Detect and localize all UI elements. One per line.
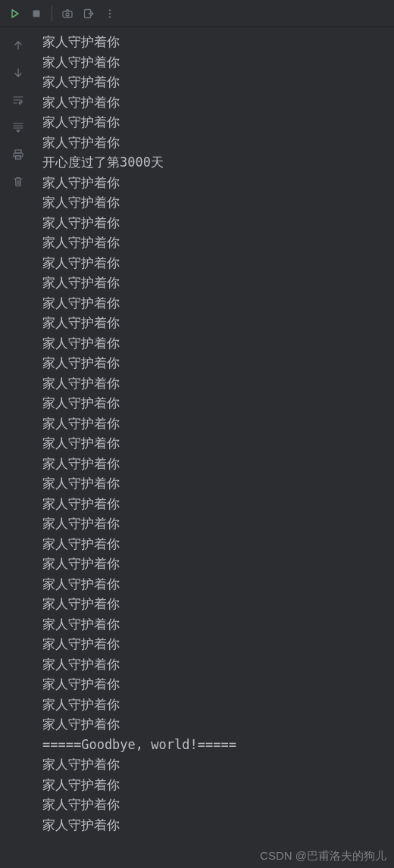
exit-icon — [83, 8, 95, 20]
print-icon — [12, 148, 24, 161]
output-line: 家人守护着你 — [42, 754, 388, 775]
output-line: 家人守护着你 — [42, 674, 388, 695]
delete-button[interactable] — [9, 173, 27, 191]
svg-rect-9 — [16, 156, 21, 160]
stop-icon — [30, 8, 42, 20]
toolbar-divider — [52, 6, 52, 21]
output-line: 家人守护着你 — [42, 393, 388, 414]
svg-point-4 — [109, 9, 111, 11]
output-line: =====Goodbye, world!===== — [42, 735, 388, 755]
screenshot-button[interactable] — [58, 5, 77, 23]
output-line: 家人守护着你 — [42, 815, 388, 835]
console-output[interactable]: 家人守护着你家人守护着你家人守护着你家人守护着你家人守护着你家人守护着你开心度过… — [36, 27, 394, 868]
output-line: 家人守护着你 — [42, 353, 388, 373]
svg-rect-7 — [15, 150, 21, 153]
output-line: 家人守护着你 — [42, 574, 388, 595]
output-line: 家人守护着你 — [42, 775, 388, 795]
output-line: 家人守护着你 — [42, 192, 388, 213]
down-button[interactable] — [9, 64, 27, 82]
scroll-to-end-button[interactable] — [9, 118, 27, 136]
output-line: 家人守护着你 — [42, 554, 388, 574]
svg-rect-0 — [33, 10, 40, 17]
soft-wrap-button[interactable] — [9, 91, 27, 109]
output-line: 家人守护着你 — [42, 92, 388, 113]
output-line: 家人守护着你 — [42, 454, 388, 474]
arrow-up-icon — [12, 39, 24, 52]
output-line: 家人守护着你 — [42, 333, 388, 354]
output-line: 家人守护着你 — [42, 313, 388, 333]
output-line: 家人守护着你 — [42, 414, 388, 434]
rerun-icon — [9, 8, 21, 20]
output-line: 家人守护着你 — [42, 253, 388, 273]
print-button[interactable] — [9, 145, 27, 164]
camera-icon — [61, 8, 73, 20]
soft-wrap-icon — [12, 94, 24, 106]
output-line: 家人守护着你 — [42, 32, 388, 52]
output-line: 家人守护着你 — [42, 273, 388, 293]
output-line: 家人守护着你 — [42, 714, 388, 735]
svg-point-5 — [109, 12, 111, 14]
output-line: 家人守护着你 — [42, 293, 388, 314]
more-vertical-icon — [104, 8, 116, 20]
output-line: 家人守护着你 — [42, 173, 388, 193]
stop-button[interactable] — [27, 5, 45, 23]
gutter — [0, 27, 36, 868]
scroll-to-end-icon — [12, 121, 24, 133]
output-line: 开心度过了第3000天 — [42, 152, 388, 173]
trash-icon — [12, 176, 24, 188]
more-button[interactable] — [101, 5, 119, 23]
output-line: 家人守护着你 — [42, 614, 388, 635]
output-line: 家人守护着你 — [42, 494, 388, 514]
output-line: 家人守护着你 — [42, 654, 388, 675]
output-line: 家人守护着你 — [42, 72, 388, 92]
rerun-button[interactable] — [6, 5, 24, 23]
output-line: 家人守护着你 — [42, 112, 388, 133]
output-line: 家人守护着你 — [42, 594, 388, 614]
watermark: CSDN @巴甫洛夫的狗儿 — [260, 849, 386, 863]
arrow-down-icon — [12, 67, 24, 79]
output-line: 家人守护着你 — [42, 213, 388, 233]
output-line: 家人守护着你 — [42, 795, 388, 815]
output-line: 家人守护着你 — [42, 373, 388, 394]
up-button[interactable] — [9, 36, 27, 55]
toolbar — [0, 0, 394, 27]
output-line: 家人守护着你 — [42, 52, 388, 73]
output-line: 家人守护着你 — [42, 634, 388, 654]
exit-button[interactable] — [80, 5, 98, 23]
svg-point-6 — [109, 16, 111, 17]
toolbar-left — [6, 5, 119, 23]
output-line: 家人守护着你 — [42, 514, 388, 534]
svg-rect-8 — [14, 153, 23, 157]
output-line: 家人守护着你 — [42, 534, 388, 554]
svg-point-2 — [66, 13, 69, 16]
output-line: 家人守护着你 — [42, 473, 388, 494]
main-area: 家人守护着你家人守护着你家人守护着你家人守护着你家人守护着你家人守护着你开心度过… — [0, 27, 394, 868]
output-line: 家人守护着你 — [42, 433, 388, 454]
output-line: 家人守护着你 — [42, 233, 388, 253]
svg-rect-1 — [63, 11, 72, 17]
output-line: 家人守护着你 — [42, 133, 388, 153]
output-line: 家人守护着你 — [42, 695, 388, 715]
